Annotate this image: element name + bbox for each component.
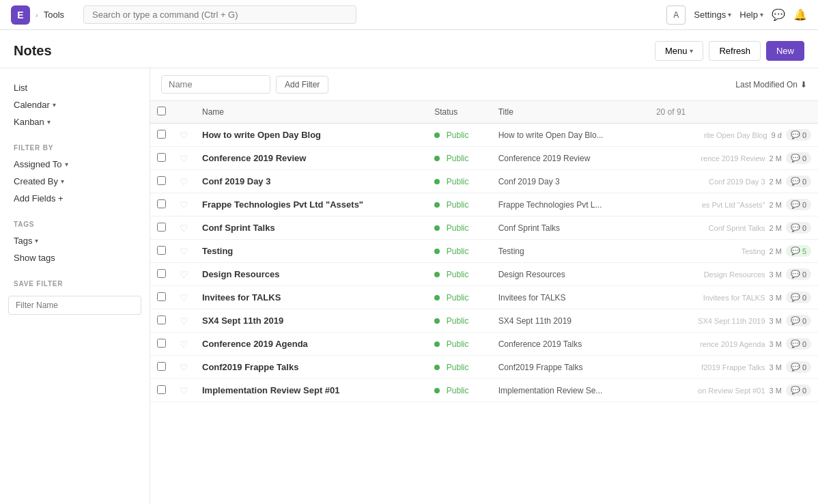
row-checkbox-cell [150,309,173,333]
menu-button[interactable]: Menu ▾ [655,41,704,61]
new-button[interactable]: New [766,41,804,61]
comment-badge[interactable]: 💬 0 [786,129,811,141]
comment-badge[interactable]: 💬 0 [786,222,811,234]
notes-table: Name Status Title 20 of 91 ♡ How to writ… [150,101,818,402]
note-name[interactable]: Design Resources [202,269,279,279]
row-checkbox[interactable] [157,199,166,208]
heart-icon[interactable]: ♡ [180,176,188,187]
assigned-to-filter[interactable]: Assigned To ▾ [8,156,141,173]
comment-badge[interactable]: 💬 0 [786,199,811,210]
title-text2: f2019 Frappe Talks [701,363,765,372]
note-name[interactable]: Invitees for TALKS [202,292,281,303]
app-logo[interactable]: E [11,5,30,25]
sidebar-item-list[interactable]: List [8,79,141,96]
table-row: ♡ Conf Sprint Talks Public Conf Sprint T… [150,216,818,240]
note-name[interactable]: Conference 2019 Agenda [202,339,308,349]
heart-icon[interactable]: ♡ [180,339,188,350]
modified-time: 3 M [770,387,782,395]
heart-icon[interactable]: ♡ [180,316,188,326]
row-heart-cell: ♡ [173,333,195,356]
row-checkbox[interactable] [157,130,166,139]
row-checkbox[interactable] [157,385,166,394]
breadcrumb-tools[interactable]: Tools [44,10,64,20]
row-status-cell: Public [427,286,491,309]
sidebar-item-calendar[interactable]: Calendar ▾ [8,96,141,113]
comment-icon: 💬 [791,270,800,279]
filter-by-label: FILTER BY [8,141,141,156]
comment-badge[interactable]: 💬 0 [786,338,811,350]
heart-icon[interactable]: ♡ [180,385,188,396]
settings-button[interactable]: Settings ▾ [694,10,731,20]
row-checkbox-cell [150,170,173,193]
row-checkbox[interactable] [157,316,166,324]
note-name[interactable]: Conf 2019 Day 3 [202,176,270,186]
heart-icon[interactable]: ♡ [180,153,188,164]
search-bar[interactable] [83,5,647,24]
sidebar-item-kanban[interactable]: Kanban ▾ [8,113,141,130]
note-name[interactable]: SX4 Sept 11th 2019 [202,316,283,326]
row-name-cell: How to write Open Day Blog [195,124,427,147]
row-checkbox[interactable] [157,176,166,185]
add-filter-button[interactable]: Add Filter [276,76,328,94]
row-title-cell: Design Resources [492,263,649,286]
heart-icon[interactable]: ♡ [180,362,188,373]
note-name[interactable]: How to write Open Day Blog [202,130,321,140]
refresh-button[interactable]: Refresh [709,41,761,61]
table-row: ♡ SX4 Sept 11th 2019 Public SX4 Sept 11t… [150,309,818,333]
modified-time: 9 d [772,131,782,139]
comment-badge[interactable]: 💬 0 [786,268,811,280]
note-name[interactable]: Testing [202,246,233,256]
row-checkbox[interactable] [157,153,166,162]
sort-control[interactable]: Last Modified On ⬇ [735,80,807,89]
note-name[interactable]: Conf Sprint Talks [202,223,275,233]
title-text: How to write Open Day Blo... [498,130,604,140]
heart-icon[interactable]: ♡ [180,199,188,210]
note-name[interactable]: Frappe Technologies Pvt Ltd "Assets" [202,199,363,210]
chat-icon[interactable]: 💬 [772,8,785,21]
row-checkbox[interactable] [157,292,166,301]
heart-icon[interactable]: ♡ [180,269,188,280]
bell-icon[interactable]: 🔔 [793,8,807,21]
comment-badge[interactable]: 💬 0 [786,315,811,326]
row-checkbox-cell [150,240,173,263]
comment-badge[interactable]: 💬 0 [786,292,811,303]
note-name[interactable]: Implementation Review Sept #01 [202,385,340,395]
note-name[interactable]: Conf2019 Frappe Talks [202,362,298,372]
row-checkbox[interactable] [157,223,166,232]
avatar[interactable]: A [666,5,686,25]
filter-name-input[interactable] [8,296,141,315]
page-actions: Menu ▾ Refresh New [655,41,804,61]
tags-filter[interactable]: Tags ▾ [8,232,141,249]
row-checkbox[interactable] [157,246,166,255]
status-dot [434,225,440,231]
row-checkbox[interactable] [157,269,166,278]
heart-icon[interactable]: ♡ [180,292,188,303]
row-checkbox-cell [150,124,173,147]
heart-icon[interactable]: ♡ [180,130,188,141]
heart-icon[interactable]: ♡ [180,246,188,257]
created-by-filter[interactable]: Created By ▾ [8,173,141,190]
th-count: 20 of 91 [649,101,818,124]
comment-badge[interactable]: 💬 0 [786,152,811,164]
save-filter-section: SAVE FILTER [8,277,141,315]
select-all-checkbox[interactable] [157,107,166,115]
row-status-cell: Public [427,309,491,333]
show-tags-button[interactable]: Show tags [8,249,141,266]
comment-badge[interactable]: 💬 0 [786,361,811,373]
comment-badge[interactable]: 💬 0 [786,176,811,187]
heart-icon[interactable]: ♡ [180,223,188,234]
row-checkbox[interactable] [157,362,166,371]
name-filter-input[interactable] [161,75,270,94]
list-toolbar: Add Filter Last Modified On ⬇ [150,68,818,101]
row-title-cell: How to write Open Day Blo... [492,124,649,147]
add-fields-button[interactable]: Add Fields + [8,190,141,207]
note-name[interactable]: Conference 2019 Review [202,153,306,163]
row-name-cell: Conf2019 Frappe Talks [195,356,427,379]
search-input[interactable] [83,5,356,24]
comment-icon: 💬 [791,247,800,255]
help-button[interactable]: Help ▾ [739,10,763,20]
page-title: Notes [14,43,52,59]
row-checkbox[interactable] [157,339,166,348]
comment-badge[interactable]: 💬 5 [786,245,811,257]
comment-badge[interactable]: 💬 0 [786,384,811,396]
